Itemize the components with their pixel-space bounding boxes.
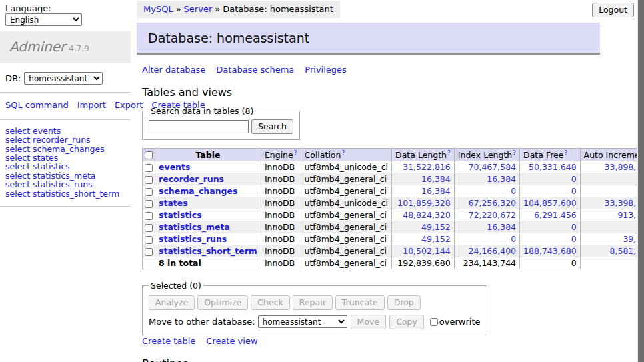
check-button[interactable]: Check <box>251 295 289 310</box>
index-length-link[interactable]: 0 <box>511 234 516 244</box>
create-table-link[interactable]: Create table <box>142 336 195 346</box>
create-links: Create tableCreate view <box>142 336 600 346</box>
language-row: Language:English <box>0 0 131 31</box>
index-length-link[interactable]: 67,256,320 <box>469 198 517 208</box>
search-input[interactable] <box>149 120 249 133</box>
engine-cell: InnoDB <box>261 161 301 173</box>
data-free-link[interactable]: 50,331,648 <box>529 162 577 172</box>
column-table: Table <box>155 149 261 161</box>
breadcrumb-server[interactable]: Server <box>184 4 213 14</box>
data-free-link[interactable]: 0 <box>571 186 577 196</box>
app-version: 4.7.9 <box>69 44 89 53</box>
alter-database-link[interactable]: Alter database <box>142 65 205 75</box>
table-name-link[interactable]: statistics <box>159 210 202 220</box>
data-length-link[interactable]: 101,859,328 <box>397 198 451 208</box>
data-free-link[interactable]: 0 <box>571 174 577 184</box>
drop-button[interactable]: Drop <box>387 295 421 310</box>
help-link[interactable]: ? <box>513 149 516 156</box>
help-link[interactable]: ? <box>294 149 297 156</box>
index-length-link[interactable]: 0 <box>511 186 516 196</box>
total-row: 8 in total InnoDB utf8mb4_general_ci 192… <box>143 257 644 269</box>
collation-cell: utf8mb4_unicode_ci <box>301 197 392 209</box>
total-data-free: 0 <box>520 257 581 269</box>
collation-cell: utf8mb4_general_ci <box>301 233 392 245</box>
help-link[interactable]: ? <box>564 149 567 156</box>
row-checkbox[interactable] <box>145 236 153 244</box>
collation-cell: utf8mb4_general_ci <box>301 185 392 197</box>
data-length-link[interactable]: 16,384 <box>421 174 451 184</box>
sidebar-item-select-recorder-runs[interactable]: select recorder_runs <box>5 135 125 144</box>
table-name-link[interactable]: statistics_short_term <box>159 246 257 256</box>
table-row: statistics_short_termInnoDButf8mb4_gener… <box>143 245 644 257</box>
language-select[interactable]: English <box>5 13 82 26</box>
help-link[interactable]: ? <box>341 149 345 156</box>
app-title: Adminer4.7.9 <box>0 31 131 63</box>
data-free-link[interactable]: 188,743,680 <box>523 246 577 256</box>
data-free-link[interactable]: 0 <box>571 222 577 232</box>
overwrite-checkbox[interactable] <box>430 318 438 326</box>
db-select[interactable]: homeassistant <box>24 72 103 85</box>
breadcrumb-mysql[interactable]: MySQL <box>143 4 173 14</box>
search-button[interactable]: Search <box>251 119 293 134</box>
breadcrumb-separator: » <box>176 4 181 14</box>
data-length-link[interactable]: 49,152 <box>421 222 451 232</box>
main-content: Alter databaseDatabase schemaPrivileges … <box>137 55 600 362</box>
index-length-link[interactable]: 16,384 <box>487 222 516 232</box>
help-link[interactable]: ? <box>447 149 451 156</box>
privileges-link[interactable]: Privileges <box>305 65 347 75</box>
sidebar-item-select-statistics-short-term[interactable]: select statistics_short_term <box>5 189 125 198</box>
sidebar-item-select-statistics-runs[interactable]: select statistics_runs <box>5 180 125 189</box>
vertical-scrollbar[interactable] <box>637 0 644 362</box>
data-free-link[interactable]: 6,291,456 <box>534 210 577 220</box>
row-checkbox[interactable] <box>145 212 153 220</box>
collation-cell: utf8mb4_general_ci <box>301 173 392 185</box>
sidebar-item-select-schema-changes[interactable]: select schema_changes <box>5 145 125 153</box>
data-length-link[interactable]: 49,152 <box>421 234 451 244</box>
engine-cell: InnoDB <box>261 185 301 197</box>
engine-cell: InnoDB <box>261 233 301 245</box>
row-checkbox[interactable] <box>145 200 153 208</box>
move-database-select[interactable]: homeassistant <box>258 315 347 328</box>
table-name-link[interactable]: events <box>159 162 190 172</box>
sidebar-item-select-states[interactable]: select states <box>5 153 125 162</box>
data-free-link[interactable]: 104,857,600 <box>523 198 577 208</box>
tables-footer: 8 in total InnoDB utf8mb4_general_ci 192… <box>143 257 644 269</box>
sidebar-link-import[interactable]: Import <box>77 100 106 110</box>
row-checkbox[interactable] <box>145 248 153 256</box>
table-name-link[interactable]: statistics_meta <box>159 222 230 232</box>
index-length-link[interactable]: 72,220,672 <box>469 210 517 220</box>
database-schema-link[interactable]: Database schema <box>216 65 294 75</box>
table-row: schema_changesInnoDButf8mb4_general_ci16… <box>143 185 644 197</box>
sidebar-item-select-events[interactable]: select events <box>5 127 125 135</box>
sidebar-link-sql-command[interactable]: SQL command <box>5 100 69 110</box>
select-all-checkbox[interactable] <box>145 151 153 159</box>
move-button[interactable]: Move <box>351 315 387 329</box>
table-name-link[interactable]: schema_changes <box>159 186 237 196</box>
data-length-link[interactable]: 31,522,816 <box>403 162 451 172</box>
index-length-link[interactable]: 24,166,400 <box>469 246 517 256</box>
data-length-link[interactable]: 16,384 <box>421 186 451 196</box>
data-length-link[interactable]: 48,824,320 <box>403 210 451 220</box>
index-length-link[interactable]: 16,384 <box>487 174 516 184</box>
truncate-button[interactable]: Truncate <box>335 295 385 310</box>
table-name-link[interactable]: states <box>159 198 188 208</box>
sidebar-item-select-statistics-meta[interactable]: select statistics_meta <box>5 171 125 180</box>
analyze-button[interactable]: Analyze <box>149 295 195 310</box>
copy-button[interactable]: Copy <box>389 315 424 329</box>
table-name-link[interactable]: statistics_runs <box>159 234 227 244</box>
repair-button[interactable]: Repair <box>293 295 333 310</box>
optimize-button[interactable]: Optimize <box>197 295 248 310</box>
row-checkbox[interactable] <box>145 188 153 196</box>
logout-button[interactable]: Logout <box>592 3 634 17</box>
scrollbar-thumb[interactable] <box>638 0 644 362</box>
data-free-link[interactable]: 0 <box>571 234 577 244</box>
row-checkbox[interactable] <box>145 224 153 232</box>
index-length-link[interactable]: 70,467,584 <box>469 162 517 172</box>
row-checkbox[interactable] <box>145 176 153 184</box>
sidebar-item-select-statistics[interactable]: select statistics <box>5 162 125 171</box>
create-view-link[interactable]: Create view <box>206 336 257 346</box>
table-name-link[interactable]: recorder_runs <box>159 174 224 184</box>
row-checkbox[interactable] <box>145 164 153 172</box>
data-length-link[interactable]: 10,502,144 <box>403 246 451 256</box>
overwrite-label: overwrite <box>439 317 481 327</box>
